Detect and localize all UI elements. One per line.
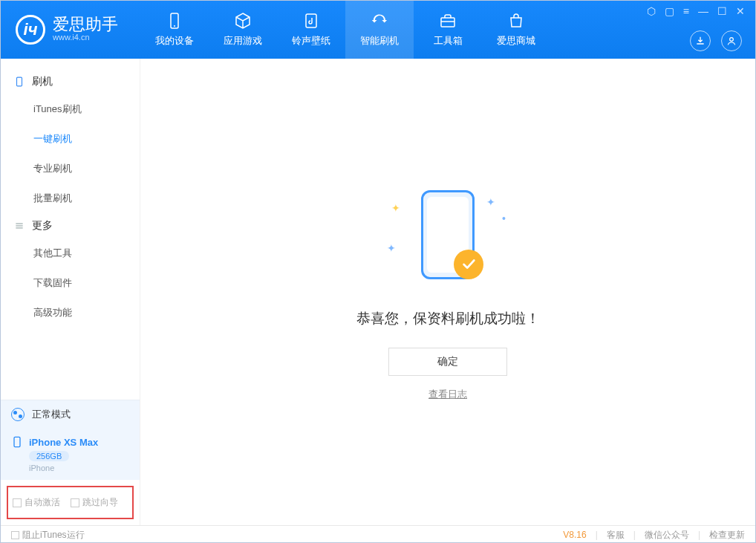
phone-icon [165,12,184,30]
sidebar-nav: 刷机 iTunes刷机 一键刷机 专业刷机 批量刷机 更多 其他工具 下载固件 … [1,59,140,400]
sparkle-icon: ✦ [391,202,400,214]
svg-rect-6 [17,77,22,86]
mode-box[interactable]: 正常模式 [1,400,140,429]
sparkle-icon: • [502,212,506,224]
nav-label: 工具箱 [434,34,463,48]
header-actions [690,30,742,51]
minimize-button[interactable]: — [698,5,708,20]
cube-icon [233,12,252,30]
box-icon[interactable]: ▢ [665,5,674,20]
sidebar-group-more: 更多 [1,213,140,238]
footer-options-highlighted: 自动激活 跳过向导 [7,486,134,519]
sidebar-item-itunes[interactable]: iTunes刷机 [1,94,140,124]
music-file-icon [302,12,321,30]
checkbox-icon [71,498,79,507]
svg-rect-2 [306,14,316,27]
sidebar-group-flash: 刷机 [1,69,140,94]
header-right: ⬡ ▢ ≡ — ☐ ✕ [647,1,755,59]
logo-area: iч 爱思助手 www.i4.cn [1,1,133,59]
user-icon [726,35,737,47]
body: 刷机 iTunes刷机 一键刷机 专业刷机 批量刷机 更多 其他工具 下载固件 … [1,59,755,525]
device-name: iPhone XS Max [29,437,98,448]
confirm-button[interactable]: 确定 [388,348,507,376]
storage-pill: 256GB [29,451,69,461]
toolbox-icon [438,12,457,30]
status-right: V8.16 | 客服 | 微信公众号 | 检查更新 [563,529,745,542]
svg-point-1 [174,25,175,27]
nav-label: 爱思商城 [497,34,535,48]
support-link[interactable]: 客服 [607,529,625,542]
svg-rect-10 [14,437,20,446]
device-type: iPhone [29,464,129,472]
sidebar-item-firmware[interactable]: 下载固件 [1,268,140,298]
success-badge [454,250,483,279]
device-box[interactable]: iPhone XS Max 256GB iPhone [1,429,140,480]
nav-label: 我的设备 [155,34,194,48]
checkbox-label: 跳过向导 [82,496,118,509]
nav-apps[interactable]: 应用游戏 [209,1,277,59]
checkbox-label: 阻止iTunes运行 [22,529,85,542]
download-button[interactable] [690,30,711,51]
nav-store[interactable]: 爱思商城 [482,1,550,59]
brand-name: 爱思助手 [53,16,118,33]
check-update-link[interactable]: 检查更新 [709,529,745,542]
window-controls: ⬡ ▢ ≡ — ☐ ✕ [647,5,745,20]
svg-point-5 [730,38,734,42]
brand-url: www.i4.cn [53,33,118,42]
shirt-icon[interactable]: ⬡ [647,5,656,20]
download-icon [694,35,706,47]
checkbox-icon [13,498,22,507]
mode-icon [11,408,25,421]
refresh-shield-icon [370,12,389,30]
group-label: 更多 [32,219,53,233]
status-bar: 阻止iTunes运行 V8.16 | 客服 | 微信公众号 | 检查更新 [1,525,755,543]
nav-label: 铃声壁纸 [292,34,330,48]
nav-ringtone[interactable]: 铃声壁纸 [277,1,345,59]
user-button[interactable] [721,30,742,51]
nav-label: 智能刷机 [360,34,399,48]
nav-flash[interactable]: 智能刷机 [345,1,414,59]
logo-icon: iч [16,15,45,45]
checkbox-label: 自动激活 [25,496,60,509]
view-log-link[interactable]: 查看日志 [428,388,467,401]
device-icon [14,77,25,87]
result-illustration: ✦ ✦ ✦ • [396,183,500,287]
sparkle-icon: ✦ [486,196,495,208]
svg-rect-3 [441,18,454,27]
success-message: 恭喜您，保资料刷机成功啦！ [356,309,540,328]
list-icon [14,221,25,231]
version-label: V8.16 [563,530,586,540]
checkbox-icon [11,531,19,539]
separator: | [596,530,598,540]
nav-device[interactable]: 我的设备 [140,1,209,59]
bag-icon [506,12,526,30]
group-label: 刷机 [32,75,53,88]
check-icon [460,256,477,273]
mode-label: 正常模式 [32,408,71,421]
skip-guide-checkbox[interactable]: 跳过向导 [71,496,118,509]
main-content: ✦ ✦ ✦ • 恭喜您，保资料刷机成功啦！ 确定 查看日志 [140,59,755,525]
wechat-link[interactable]: 微信公众号 [645,529,689,542]
logo-text: 爱思助手 www.i4.cn [53,16,118,42]
close-button[interactable]: ✕ [736,5,745,20]
sidebar-item-advanced[interactable]: 高级功能 [1,298,140,328]
sidebar-item-oneclick[interactable]: 一键刷机 [1,124,140,154]
maximize-button[interactable]: ☐ [717,5,727,20]
block-itunes-checkbox[interactable]: 阻止iTunes运行 [11,529,85,542]
device-small-icon [11,436,23,448]
auto-activate-checkbox[interactable]: 自动激活 [13,496,60,509]
separator: | [698,530,700,540]
nav-label: 应用游戏 [224,34,262,48]
top-nav: 我的设备 应用游戏 铃声壁纸 智能刷机 工具箱 爱思商城 [140,1,550,59]
separator: | [633,530,636,540]
sidebar: 刷机 iTunes刷机 一键刷机 专业刷机 批量刷机 更多 其他工具 下载固件 … [1,59,140,525]
header: iч 爱思助手 www.i4.cn 我的设备 应用游戏 铃声壁纸 智能刷机 工具… [1,1,755,59]
sidebar-item-other[interactable]: 其他工具 [1,238,140,268]
menu-icon[interactable]: ≡ [683,5,689,20]
sidebar-item-batch[interactable]: 批量刷机 [1,183,140,213]
sidebar-bottom: 正常模式 iPhone XS Max 256GB iPhone 自动激活 跳过向… [1,400,140,525]
sidebar-item-pro[interactable]: 专业刷机 [1,154,140,183]
sparkle-icon: ✦ [387,242,396,254]
nav-toolbox[interactable]: 工具箱 [414,1,482,59]
